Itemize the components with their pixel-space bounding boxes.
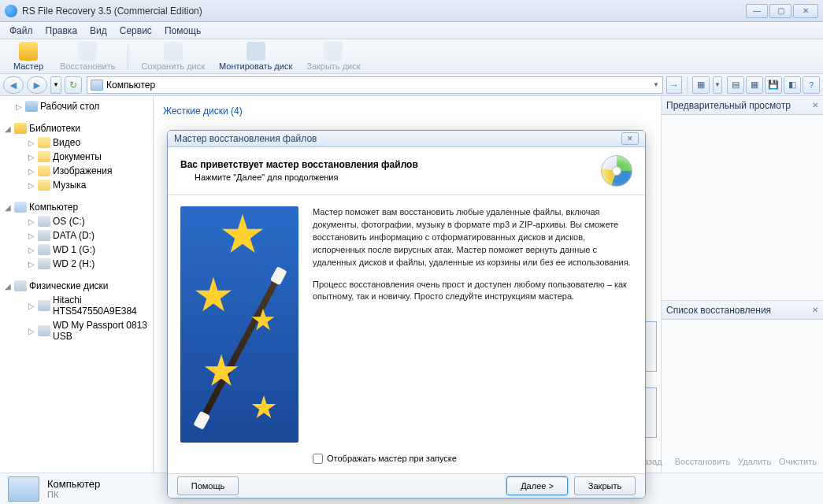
wizard-para1: Мастер поможет вам восстановить любые уд… <box>313 206 632 269</box>
hard-disks-header[interactable]: Жесткие диски (4) <box>163 102 651 120</box>
recovery-list-title: Список восстановления <box>666 305 771 316</box>
nav-back[interactable]: ◄ <box>3 76 24 94</box>
tree-libraries[interactable]: ◢ Библиотеки <box>0 121 153 135</box>
expander-icon[interactable]: ◢ <box>3 282 12 291</box>
expander-icon[interactable]: ▷ <box>14 102 23 111</box>
disk-thumbnail[interactable] <box>644 321 657 372</box>
nav-history-dropdown[interactable]: ▼ <box>50 76 61 94</box>
recovery-list-close-icon[interactable]: ✕ <box>812 306 818 314</box>
mount-disk-icon <box>247 42 265 61</box>
view-filter[interactable]: ◧ <box>784 76 801 94</box>
menubar: Файл Правка Вид Сервис Помощь <box>0 22 823 39</box>
toolbar-sep <box>128 44 128 69</box>
wizard-footer: Помощь Далее > Закрыть <box>168 473 645 498</box>
toolbar: Мастер Восстановить Сохранить диск Монти… <box>0 39 823 74</box>
expander-icon[interactable]: ◢ <box>3 203 12 212</box>
view-icons-dd[interactable]: ▼ <box>713 76 722 94</box>
wizard-help-button[interactable]: Помощь <box>177 476 239 495</box>
preview-title: Предварительный просмотр <box>666 100 791 111</box>
wizard-title: Мастер восстановления файлов <box>174 133 317 144</box>
desktop-icon <box>25 101 38 112</box>
nav-go[interactable]: → <box>666 76 682 94</box>
tree-os-c[interactable]: ▷OS (C:) <box>0 214 153 228</box>
recovery-wizard-dialog: Мастер восстановления файлов ✕ Вас приве… <box>167 130 646 498</box>
wizard-icon <box>19 42 38 61</box>
tree-libraries-label: Библиотеки <box>29 123 150 134</box>
folder-icon <box>38 180 50 191</box>
view-save[interactable]: 💾 <box>765 76 782 94</box>
toolbar-wizard[interactable]: Мастер <box>5 40 52 72</box>
view-grid[interactable]: ▤ <box>727 76 744 94</box>
tree-desktop-label: Рабочий стол <box>40 101 150 112</box>
save-disk-icon <box>164 42 183 61</box>
tree-video[interactable]: ▷Видео <box>0 135 153 150</box>
wizard-next-button[interactable]: Далее > <box>506 476 568 495</box>
show-on-startup-checkbox[interactable] <box>313 454 323 464</box>
window-titlebar: RS File Recovery 3.5 (Commercial Edition… <box>0 0 823 22</box>
status-computer-icon <box>8 476 39 502</box>
tree-passport[interactable]: ▷WD My Passport 0813 USB <box>0 318 153 343</box>
tree-data-d[interactable]: ▷DATA (D:) <box>0 228 153 243</box>
recover-icon <box>78 42 97 61</box>
minimize-button[interactable]: — <box>746 4 768 18</box>
libraries-icon <box>14 123 27 134</box>
toolbar-close-disk-label: Закрыть диск <box>306 61 360 71</box>
toolbar-save-disk[interactable]: Сохранить диск <box>135 40 211 72</box>
help-button[interactable]: ? <box>803 76 820 94</box>
close-disk-icon <box>324 42 343 61</box>
toolbar-mount-disk[interactable]: Монтировать диск <box>213 40 298 72</box>
computer-icon <box>91 80 103 91</box>
toolbar-save-disk-label: Сохранить диск <box>141 61 205 71</box>
wizard-image <box>180 206 298 443</box>
address-bar[interactable]: Компьютер ▼ <box>87 76 663 94</box>
nav-forward[interactable]: ► <box>27 76 47 94</box>
address-dropdown-icon[interactable]: ▼ <box>653 81 659 88</box>
view-list[interactable]: ▦ <box>746 76 763 94</box>
tree-physical[interactable]: ◢ Физические диски <box>0 279 153 293</box>
toolbar-close-disk[interactable]: Закрыть диск <box>300 40 366 72</box>
tree-wd2-h[interactable]: ▷WD 2 (H:) <box>0 257 153 271</box>
computer-icon <box>14 202 27 213</box>
address-text: Компьютер <box>106 80 650 91</box>
status-line2: ПК <box>47 490 100 499</box>
wizard-subheading: Нажмите "Далее" для продолжения <box>195 172 418 182</box>
tree-desktop[interactable]: ▷ Рабочий стол <box>0 99 153 113</box>
recovery-list-header: Список восстановления ✕ <box>662 301 823 320</box>
menu-help[interactable]: Помощь <box>158 24 207 38</box>
wizard-titlebar: Мастер восстановления файлов ✕ <box>168 131 645 147</box>
disk-icon <box>38 230 50 241</box>
disc-icon <box>601 155 632 187</box>
maximize-button[interactable]: ▢ <box>769 4 791 18</box>
navbar: ◄ ► ▼ ↻ Компьютер ▼ → ▦ ▼ ▤ ▦ 💾 ◧ ? <box>0 74 823 96</box>
wizard-close-button[interactable]: ✕ <box>621 132 639 145</box>
view-icons[interactable]: ▦ <box>692 76 710 94</box>
action-bar: Назад Восстановить Удалить Очистить <box>637 457 817 466</box>
wizard-close-button[interactable]: Закрыть <box>574 476 636 495</box>
status-line1: Компьютер <box>47 478 100 490</box>
disk-thumbnail[interactable] <box>644 387 657 438</box>
action-recover[interactable]: Восстановить <box>675 457 730 466</box>
expander-icon[interactable]: ◢ <box>3 124 12 133</box>
action-clear[interactable]: Очистить <box>779 457 817 466</box>
tree-images[interactable]: ▷Изображения <box>0 164 153 178</box>
thumbnail-strip <box>644 321 657 438</box>
show-on-startup-label: Отображать мастер при запуске <box>327 454 457 463</box>
toolbar-recover[interactable]: Восстановить <box>54 40 121 72</box>
disk-icon <box>38 258 50 269</box>
toolbar-recover-label: Восстановить <box>60 61 115 71</box>
preview-close-icon[interactable]: ✕ <box>812 101 818 109</box>
menu-service[interactable]: Сервис <box>113 24 158 38</box>
action-delete[interactable]: Удалить <box>738 457 771 466</box>
tree-computer[interactable]: ◢ Компьютер <box>0 200 153 214</box>
tree-hitachi[interactable]: ▷Hitachi HTS547550A9E384 <box>0 293 153 318</box>
tree-documents[interactable]: ▷Документы <box>0 150 153 164</box>
tree-music[interactable]: ▷Музыка <box>0 178 153 192</box>
tree-wd1-g[interactable]: ▷WD 1 (G:) <box>0 243 153 257</box>
wizard-text: Мастер поможет вам восстановить любые уд… <box>313 206 632 443</box>
nav-refresh[interactable]: ↻ <box>65 76 82 94</box>
tree-computer-label: Компьютер <box>29 202 150 213</box>
close-button[interactable]: ✕ <box>793 4 818 18</box>
menu-view[interactable]: Вид <box>83 24 113 38</box>
menu-edit[interactable]: Правка <box>39 24 84 38</box>
menu-file[interactable]: Файл <box>3 24 39 38</box>
